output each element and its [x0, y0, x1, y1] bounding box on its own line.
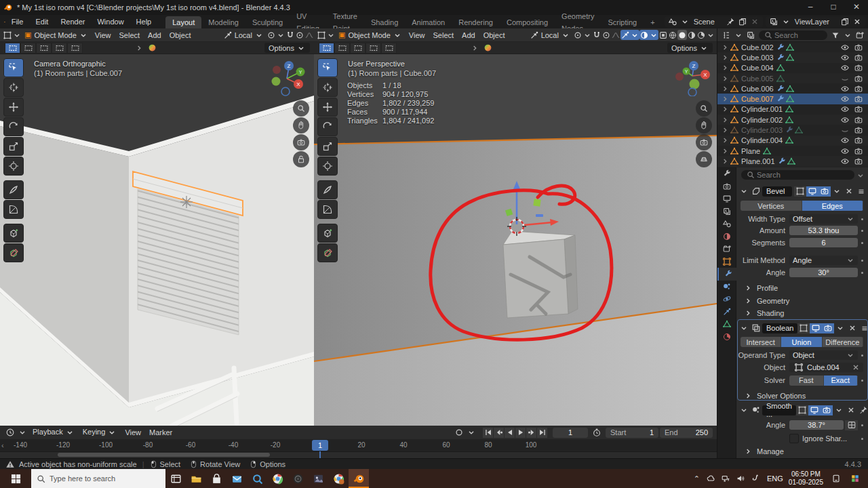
amount-slider[interactable]: 53.3 thou	[789, 226, 858, 235]
properties-tab-data[interactable]	[717, 318, 736, 331]
hide-viewport-toggle[interactable]	[840, 136, 850, 145]
outliner-item-cylinder.003[interactable]: Cylinder.003	[717, 125, 868, 135]
select-mode-new[interactable]	[5, 43, 20, 54]
taskbar-app-lens[interactable]	[288, 469, 308, 488]
hide-viewport-toggle[interactable]	[840, 84, 850, 94]
timeline-menu-keying[interactable]: Keying	[79, 428, 121, 437]
outliner-item-cylinder.001[interactable]: Cylinder.001	[717, 104, 868, 115]
animate-dot[interactable]	[861, 260, 863, 262]
filter-icon[interactable]	[829, 30, 842, 40]
bevel-render-toggle[interactable]	[818, 186, 831, 197]
tool-transform[interactable]	[317, 157, 338, 176]
difference-button[interactable]: Difference	[823, 337, 863, 347]
bevel-name-field[interactable]: Bevel	[762, 186, 792, 197]
disable-render-toggle[interactable]	[854, 43, 863, 52]
bevel-shading-section[interactable]: Shading	[742, 308, 784, 318]
play-button[interactable]	[515, 428, 526, 438]
orientation-dropdown[interactable]: Local	[527, 30, 573, 40]
select-mode-extend[interactable]	[20, 43, 36, 54]
select-mode-extend[interactable]	[334, 43, 350, 54]
current-frame-field[interactable]: 1	[553, 428, 588, 438]
outliner-item-cylinder.004[interactable]: Cylinder.004	[717, 136, 868, 146]
mode-dropdown[interactable]: ▣Object Mode	[336, 30, 405, 40]
expand-icon[interactable]	[738, 323, 750, 333]
hide-viewport-toggle[interactable]	[840, 63, 850, 73]
properties-tab-constraints[interactable]	[717, 306, 736, 319]
tool-measure[interactable]	[3, 200, 24, 219]
new-viewlayer-button[interactable]	[839, 17, 851, 26]
boolean-render-toggle[interactable]	[822, 323, 834, 333]
scene-selector[interactable]: Scene	[665, 16, 763, 27]
hide-viewport-toggle[interactable]	[840, 125, 850, 135]
select-mode-new[interactable]	[319, 43, 334, 54]
smooth-modifier-header[interactable]: Smooth ...	[738, 404, 867, 416]
taskbar-app-task-view[interactable]	[165, 469, 186, 488]
properties-tab-render[interactable]	[717, 180, 736, 193]
orientation-dropdown[interactable]: Local	[220, 30, 267, 40]
solver-exact-button[interactable]: Exact	[824, 375, 859, 386]
prev-key-button[interactable]	[494, 428, 504, 438]
solver-options-section[interactable]: Solver Options	[742, 391, 806, 401]
viewport-menu-object[interactable]: Object	[479, 31, 509, 39]
tool-knife-cube[interactable]	[317, 243, 338, 262]
tool-add-cube[interactable]	[317, 224, 338, 243]
hide-viewport-toggle[interactable]	[840, 73, 850, 83]
animate-dot[interactable]	[861, 354, 863, 357]
tool-move[interactable]	[3, 98, 24, 117]
start-frame-field[interactable]: Start1	[606, 428, 658, 438]
remove-viewlayer-button[interactable]	[851, 17, 863, 26]
jump-end-button[interactable]	[537, 428, 547, 438]
operand-type-dropdown[interactable]: Object	[789, 350, 858, 360]
select-mode-subtract[interactable]	[350, 43, 366, 54]
outliner-item-cube.004[interactable]: Cube.004	[717, 63, 868, 73]
union-button[interactable]: Union	[781, 337, 822, 347]
smooth-realtime-toggle[interactable]	[808, 405, 821, 415]
hide-viewport-toggle[interactable]	[840, 94, 850, 104]
editor-type-icon[interactable]	[4, 428, 16, 437]
disable-render-toggle[interactable]	[854, 115, 863, 125]
zoom-button[interactable]	[293, 100, 309, 117]
onedrive-icon[interactable]	[705, 474, 717, 483]
viewport-menu-view[interactable]: View	[91, 31, 115, 39]
timeline-menu-marker[interactable]: Marker	[145, 428, 176, 436]
playhead[interactable]: 1	[312, 440, 328, 451]
viewport-menu-add[interactable]: Add	[144, 31, 165, 39]
tool-cursor[interactable]	[3, 78, 24, 97]
camera-lock-button[interactable]	[293, 151, 309, 167]
tool-scale[interactable]	[317, 137, 338, 156]
workspace-tab-animation[interactable]: Animation	[405, 16, 452, 28]
bevel-extras-dropdown[interactable]	[831, 186, 843, 196]
viewport-menu-object[interactable]: Object	[165, 31, 195, 39]
manage-section[interactable]: Manage	[742, 447, 784, 456]
minimize-button[interactable]: –	[799, 0, 822, 15]
maximize-button[interactable]: □	[822, 0, 845, 15]
language-indicator[interactable]: ENG	[764, 474, 786, 483]
bevel-delete-button[interactable]	[843, 186, 855, 196]
expand-icon[interactable]	[738, 186, 750, 196]
disable-render-toggle[interactable]	[854, 53, 863, 62]
proportional-edit-toggle[interactable]	[295, 30, 304, 39]
menu-file[interactable]: File	[5, 15, 30, 28]
pin-icon[interactable]	[857, 405, 868, 415]
tool-select-box[interactable]	[317, 58, 338, 77]
chevron-down-icon[interactable]	[854, 171, 867, 180]
disable-render-toggle[interactable]	[854, 84, 863, 94]
mode-dropdown[interactable]: ▣Object Mode	[22, 30, 91, 40]
volume-icon[interactable]	[734, 474, 747, 483]
snap-toggle[interactable]	[285, 30, 295, 39]
bevel-edges-button[interactable]: Edges	[802, 201, 864, 211]
bevel-vertices-button[interactable]: Vertices	[741, 201, 802, 211]
workspace-tab-modeling[interactable]: Modeling	[201, 16, 245, 28]
angle-slider[interactable]: 30°	[789, 268, 858, 277]
animate-dot[interactable]	[861, 424, 863, 426]
viewport-menu-select[interactable]: Select	[429, 31, 458, 39]
workspace-tab-compositing[interactable]: Compositing	[500, 16, 555, 28]
properties-tab-tool[interactable]	[717, 167, 736, 180]
perspective-toggle-button[interactable]	[696, 151, 712, 167]
disable-render-toggle[interactable]	[854, 63, 863, 73]
pan-button[interactable]	[293, 117, 309, 134]
smooth-extras-dropdown[interactable]	[833, 405, 845, 415]
taskbar-app-file-explorer[interactable]	[186, 469, 206, 488]
taskbar-app-photos[interactable]	[308, 469, 328, 488]
delete-scene-button[interactable]	[749, 17, 761, 26]
